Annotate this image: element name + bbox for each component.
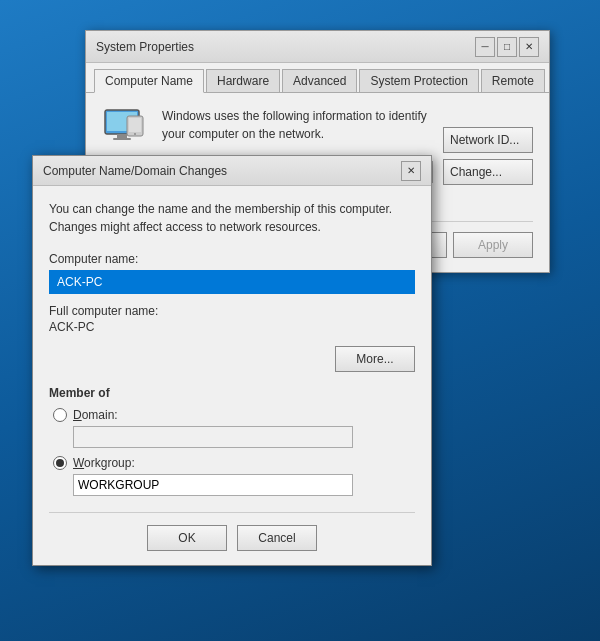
- computer-name-section: Computer name:: [49, 252, 415, 304]
- tab-hardware[interactable]: Hardware: [206, 69, 280, 92]
- more-btn-row: More...: [49, 346, 415, 372]
- more-button[interactable]: More...: [335, 346, 415, 372]
- domain-dialog: Computer Name/Domain Changes ✕ You can c…: [32, 155, 432, 566]
- full-computer-name-label: Full computer name:: [49, 304, 415, 318]
- computer-info-row: Windows uses the following information t…: [102, 107, 433, 147]
- network-id-button[interactable]: Network ID...: [443, 127, 533, 153]
- tab-advanced[interactable]: Advanced: [282, 69, 357, 92]
- domain-input[interactable]: [73, 426, 353, 448]
- system-props-title: System Properties: [96, 40, 194, 54]
- domain-dialog-titlebar: Computer Name/Domain Changes ✕: [33, 156, 431, 186]
- domain-dialog-content: You can change the name and the membersh…: [33, 186, 431, 565]
- domain-radio-label: Domain:: [73, 408, 118, 422]
- domain-radio-button[interactable]: [53, 408, 67, 422]
- dialog-cancel-button[interactable]: Cancel: [237, 525, 317, 551]
- tab-computer-name[interactable]: Computer Name: [94, 69, 204, 93]
- window-controls: ─ □ ✕: [475, 37, 539, 57]
- svg-rect-5: [129, 118, 141, 132]
- computer-description-text: Windows uses the following information t…: [162, 107, 433, 147]
- computer-icon: [102, 107, 150, 147]
- domain-dialog-description: You can change the name and the membersh…: [49, 200, 415, 236]
- system-props-titlebar: System Properties ─ □ ✕: [86, 31, 549, 63]
- workgroup-radio-button[interactable]: [53, 456, 67, 470]
- monitor-svg: [103, 108, 149, 146]
- workgroup-radio-row: Workgroup:: [53, 456, 415, 470]
- dialog-bottom-buttons: OK Cancel: [49, 512, 415, 551]
- svg-point-6: [134, 133, 136, 135]
- tab-remote[interactable]: Remote: [481, 69, 545, 92]
- domain-option: Domain:: [53, 408, 415, 448]
- full-computer-name-value: ACK-PC: [49, 320, 415, 334]
- maximize-button[interactable]: □: [497, 37, 517, 57]
- change-button[interactable]: Change...: [443, 159, 533, 185]
- dialog-ok-button[interactable]: OK: [147, 525, 227, 551]
- member-of-label: Member of: [49, 386, 415, 400]
- domain-dialog-close-button[interactable]: ✕: [401, 161, 421, 181]
- computer-name-input[interactable]: [49, 270, 415, 294]
- workgroup-radio-label: Workgroup:: [73, 456, 135, 470]
- right-area: Network ID... Change...: [443, 107, 533, 207]
- close-button[interactable]: ✕: [519, 37, 539, 57]
- tabs-bar: Computer Name Hardware Advanced System P…: [86, 63, 549, 93]
- minimize-button[interactable]: ─: [475, 37, 495, 57]
- domain-dialog-title: Computer Name/Domain Changes: [43, 164, 227, 178]
- apply-button[interactable]: Apply: [453, 232, 533, 258]
- tab-system-protection[interactable]: System Protection: [359, 69, 478, 92]
- svg-rect-2: [117, 134, 127, 138]
- computer-name-label: Computer name:: [49, 252, 415, 266]
- workgroup-input[interactable]: [73, 474, 353, 496]
- radio-group: Domain: Workgroup:: [53, 408, 415, 496]
- svg-rect-3: [113, 138, 131, 140]
- workgroup-option: Workgroup:: [53, 456, 415, 496]
- domain-radio-row: Domain:: [53, 408, 415, 422]
